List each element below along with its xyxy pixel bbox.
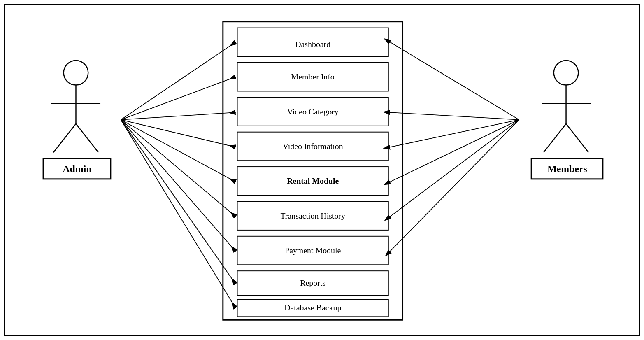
svg-line-34 [390, 112, 519, 120]
svg-line-35 [390, 120, 519, 147]
svg-line-30 [121, 120, 236, 252]
svg-line-15 [53, 124, 76, 152]
svg-line-33 [390, 42, 519, 120]
usecase-video-category: Video Category [287, 107, 339, 116]
svg-line-32 [121, 120, 236, 308]
svg-line-28 [121, 120, 236, 182]
admin-label: Admin [63, 163, 91, 174]
usecase-dashboard: Dashboard [295, 40, 330, 49]
usecase-video-information: Video Information [283, 142, 343, 151]
usecase-payment-module: Payment Module [285, 246, 341, 255]
svg-line-24 [121, 42, 236, 120]
usecase-rental-module: Rental Module [287, 176, 339, 185]
svg-point-12 [64, 61, 88, 85]
svg-line-38 [390, 120, 519, 252]
svg-line-16 [76, 124, 98, 152]
svg-rect-2 [223, 22, 403, 320]
usecase-member-info: Member Info [291, 72, 335, 81]
usecase-transaction-history: Transaction History [280, 211, 345, 220]
svg-line-27 [121, 120, 236, 147]
usecase-database-backup: Database Backup [284, 303, 341, 312]
members-label: Members [547, 163, 587, 174]
svg-line-21 [544, 124, 566, 152]
svg-point-18 [554, 61, 579, 85]
svg-line-22 [566, 124, 589, 152]
svg-line-36 [390, 120, 519, 182]
svg-line-37 [390, 120, 519, 217]
diagram-container: Dashboard Member Info Video Category Vid… [4, 4, 640, 336]
usecase-reports: Reports [300, 278, 325, 287]
